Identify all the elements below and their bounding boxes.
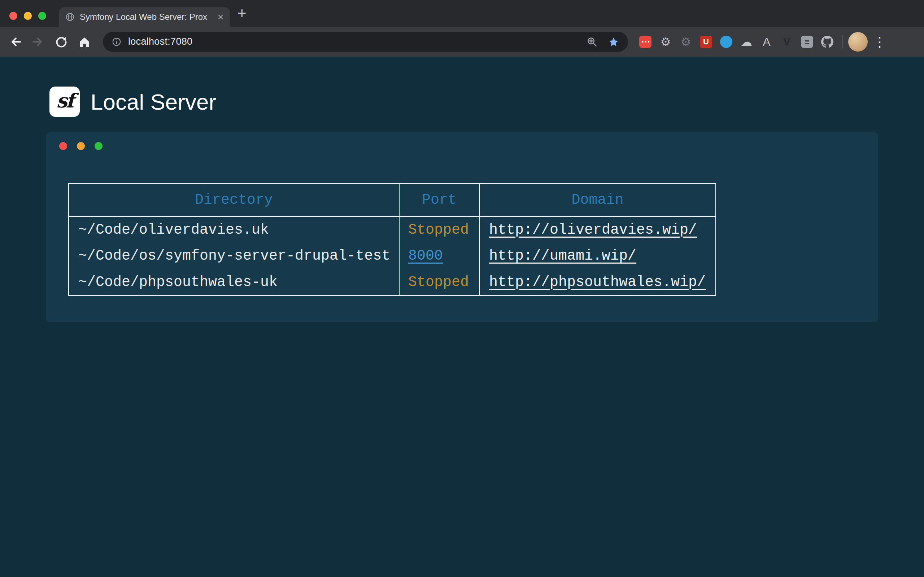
domain-link[interactable]: http://umami.wip/	[489, 248, 636, 264]
reload-button[interactable]	[53, 33, 70, 50]
new-tab-button[interactable]: +	[237, 6, 247, 21]
github-extension-icon[interactable]	[817, 32, 837, 52]
ublock-extension-icon[interactable]: U	[696, 32, 716, 52]
page-title: Local Server	[90, 89, 216, 115]
toolbar-separator	[842, 35, 843, 48]
tab-strip: Symfony Local Web Server: Prox × +	[0, 0, 924, 27]
domain-cell: http://umami.wip/	[479, 243, 716, 269]
status-stopped: Stopped	[408, 274, 469, 290]
dark-gear-extension-icon[interactable]: ⚙	[676, 32, 696, 52]
close-window-button[interactable]	[10, 12, 17, 20]
port-cell: 8000	[399, 243, 479, 269]
globe-favicon-icon	[65, 12, 75, 22]
gear-extension-icon[interactable]: ⚙	[656, 32, 676, 52]
status-stopped: Stopped	[408, 222, 469, 238]
table-row: ~/Code/oliverdavies.uk Stopped http://ol…	[69, 216, 716, 243]
browser-tab[interactable]: Symfony Local Web Server: Prox ×	[59, 7, 230, 27]
brand-header: sf Local Server	[50, 87, 216, 117]
symfony-logo: sf	[50, 87, 80, 117]
port-link[interactable]: 8000	[408, 248, 443, 264]
letter-a-extension-icon[interactable]: A	[756, 32, 777, 52]
home-button[interactable]	[76, 33, 93, 50]
tab-title: Symfony Local Web Server: Prox	[80, 12, 214, 22]
port-cell: Stopped	[399, 216, 479, 243]
minimize-window-button[interactable]	[24, 12, 32, 20]
directory-column-header: Directory	[69, 184, 399, 216]
directory-cell: ~/Code/oliverdavies.uk	[69, 216, 399, 243]
list-extension-icon[interactable]: ≡	[797, 32, 817, 52]
port-column-header: Port	[399, 184, 479, 216]
zoom-window-button[interactable]	[38, 12, 46, 20]
domain-column-header: Domain	[479, 184, 716, 216]
window-controls	[10, 12, 46, 20]
address-bar[interactable]: localhost:7080	[103, 32, 628, 52]
table-row: ~/Code/os/symfony-server-drupal-test 800…	[69, 243, 716, 269]
symfony-logo-text: sf	[56, 89, 73, 112]
directory-cell: ~/Code/os/symfony-server-drupal-test	[69, 243, 399, 269]
domain-link[interactable]: http://oliverdavies.wip/	[489, 222, 697, 238]
terminal-orange-dot	[77, 142, 85, 150]
browser-toolbar: localhost:7080 ⋯ ⚙ ⚙ U	[0, 27, 924, 56]
url-text: localhost:7080	[128, 36, 577, 47]
terminal-panel: Directory Port Domain ~/Code/oliverdavie…	[46, 132, 878, 322]
bookmark-star-icon[interactable]	[607, 35, 620, 48]
table-row: ~/Code/phpsouthwales-uk Stopped http://p…	[69, 269, 716, 295]
forward-button[interactable]	[30, 33, 47, 50]
domain-link[interactable]: http://phpsouthwales.wip/	[489, 274, 706, 290]
tab-close-icon[interactable]: ×	[217, 11, 224, 23]
domain-cell: http://oliverdavies.wip/	[479, 216, 716, 243]
red-dots-extension-icon[interactable]: ⋯	[635, 32, 656, 52]
letter-v-extension-icon[interactable]: V	[777, 32, 797, 52]
directory-cell: ~/Code/phpsouthwales-uk	[69, 269, 399, 295]
terminal-window-dots	[59, 142, 102, 150]
page-content: sf Local Server Directory Port Domain	[0, 56, 924, 577]
zoom-indicator-icon[interactable]	[585, 35, 598, 48]
blue-circle-extension-icon[interactable]	[716, 32, 736, 52]
back-button[interactable]	[6, 33, 24, 50]
terminal-red-dot	[59, 142, 67, 150]
domain-cell: http://phpsouthwales.wip/	[479, 269, 716, 295]
terminal-green-dot	[95, 142, 102, 150]
browser-menu-icon[interactable]: ⋮	[873, 35, 887, 49]
port-cell: Stopped	[399, 269, 479, 295]
table-header-row: Directory Port Domain	[69, 184, 716, 216]
profile-avatar[interactable]	[848, 32, 868, 52]
servers-table: Directory Port Domain ~/Code/oliverdavie…	[68, 183, 716, 296]
extensions-bar: ⋯ ⚙ ⚙ U ☁ A V ≡	[635, 32, 837, 52]
cloud-extension-icon[interactable]: ☁	[736, 32, 756, 52]
site-info-icon[interactable]	[111, 36, 122, 48]
